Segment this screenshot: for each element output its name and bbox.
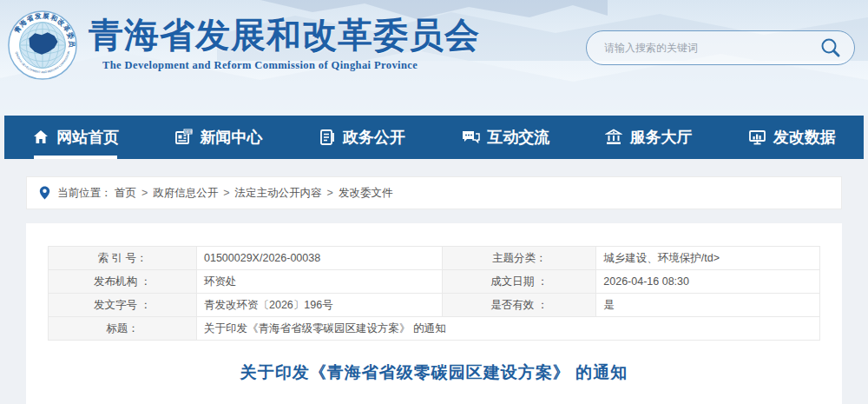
nav-item-gov-affairs[interactable]: 政务公开 <box>313 116 411 159</box>
search-button[interactable] <box>818 35 844 61</box>
nav-item-home[interactable]: 网站首页 <box>27 116 124 159</box>
meta-value-index-number: 01500029X/2026-00038 <box>197 247 443 270</box>
home-icon <box>32 129 49 146</box>
meta-value-issuing-agency: 环资处 <box>197 270 443 294</box>
breadcrumb-item-documents[interactable]: 发改委文件 <box>339 186 393 201</box>
meta-label-issue-date: 成文日期 ： <box>443 270 596 294</box>
nav-item-label: 发改数据 <box>773 127 836 148</box>
meta-value-topic-category: 城乡建设、环境保护/td> <box>596 247 820 270</box>
document-icon <box>319 129 336 146</box>
news-icon: NEW <box>174 129 193 146</box>
nav-item-label: 服务大厅 <box>629 127 692 148</box>
table-row: 索 引 号： 01500029X/2026-00038 主题分类： 城乡建设、环… <box>49 247 820 270</box>
nav-item-label: 新闻中心 <box>200 127 262 148</box>
site-header: 青海省发展和改革委员会 QINGHAI DEVELOPMENT AND REFO… <box>0 0 868 116</box>
site-subtitle: The Development and Reform Commission of… <box>102 59 480 72</box>
document-panel: 索 引 号： 01500029X/2026-00038 主题分类： 城乡建设、环… <box>26 223 842 404</box>
meta-label-doc-number: 发文字号 ： <box>49 294 197 317</box>
meta-label-issuing-agency: 发布机构 ： <box>49 270 197 294</box>
meta-value-title: 关于印发《青海省省级零碳园区建设方案》 的通知 <box>197 317 820 341</box>
document-title: 关于印发《青海省省级零碳园区建设方案》 的通知 <box>47 361 821 384</box>
breadcrumb-item-home[interactable]: 首页 <box>115 186 136 201</box>
table-row: 发文字号 ： 青发改环资〔2026〕196号 是否有效 ： 是 <box>49 294 820 317</box>
nav-item-interaction[interactable]: 互动交流 <box>456 116 555 159</box>
nav-item-data[interactable]: 发改数据 <box>743 116 841 159</box>
search-box <box>586 30 855 65</box>
agency-logo[interactable]: 青海省发展和改革委员会 QINGHAI DEVELOPMENT AND REFO… <box>7 10 78 81</box>
meta-label-index-number: 索 引 号： <box>49 247 197 270</box>
breadcrumb-separator: > <box>223 187 229 199</box>
search-input[interactable] <box>604 42 818 54</box>
meta-value-doc-number: 青发改环资〔2026〕196号 <box>197 294 443 317</box>
svg-text:NEW: NEW <box>185 130 193 134</box>
search-icon <box>819 36 842 59</box>
breadcrumb-separator: > <box>327 187 333 199</box>
breadcrumb: 当前位置： 首页 > 政府信息公开 > 法定主动公开内容 > 发改委文件 <box>26 176 842 209</box>
meta-value-validity: 是 <box>596 294 820 317</box>
location-pin-icon <box>39 186 50 200</box>
nav-item-label: 网站首页 <box>56 127 119 148</box>
chat-icon <box>461 129 480 146</box>
meta-label-topic-category: 主题分类： <box>443 247 596 270</box>
main-nav: 网站首页 NEW 新闻中心 政务公开 互动交 <box>4 116 864 159</box>
nav-item-service-hall[interactable]: 服务大厅 <box>600 116 697 159</box>
meta-label-title: 标题： <box>49 317 197 341</box>
meta-label-validity: 是否有效 ： <box>443 294 596 317</box>
breadcrumb-separator: > <box>141 187 148 199</box>
nav-item-label: 互动交流 <box>487 127 549 148</box>
nav-item-news[interactable]: NEW 新闻中心 <box>169 116 267 159</box>
table-row: 发布机构 ： 环资处 成文日期 ： 2026-04-16 08:30 <box>49 270 820 294</box>
document-meta-table: 索 引 号： 01500029X/2026-00038 主题分类： 城乡建设、环… <box>48 246 820 341</box>
table-row: 标题： 关于印发《青海省省级零碳园区建设方案》 的通知 <box>49 317 820 341</box>
breadcrumb-item-statutory[interactable]: 法定主动公开内容 <box>235 186 322 201</box>
nav-item-label: 政务公开 <box>343 127 405 148</box>
meta-value-issue-date: 2026-04-16 08:30 <box>596 270 820 294</box>
data-chart-icon <box>748 129 766 146</box>
breadcrumb-prefix: 当前位置： <box>57 186 112 201</box>
service-hall-icon <box>605 129 622 146</box>
breadcrumb-item-gov-info[interactable]: 政府信息公开 <box>153 186 218 201</box>
site-title: 青海省发展和改革委员会 <box>89 16 480 54</box>
